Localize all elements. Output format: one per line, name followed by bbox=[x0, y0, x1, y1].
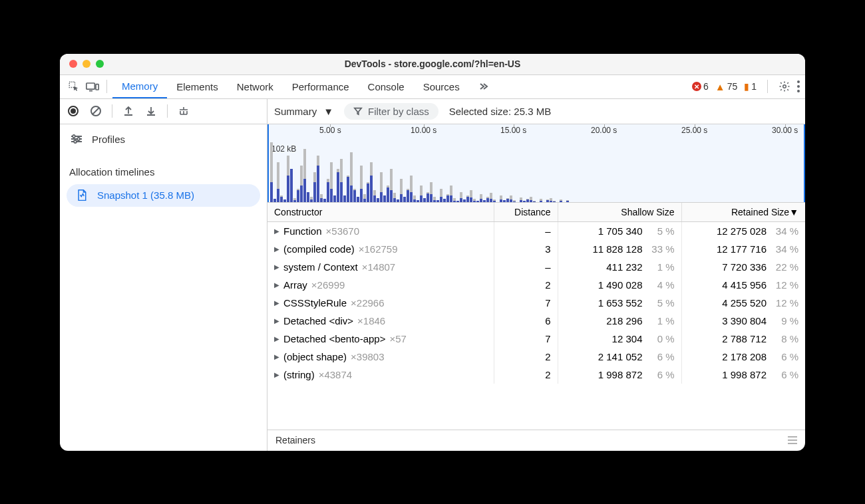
shallow-value: 411 232 bbox=[606, 261, 642, 273]
inspect-element-icon[interactable] bbox=[65, 78, 83, 95]
tab-sources[interactable]: Sources bbox=[414, 74, 469, 98]
svg-point-4 bbox=[797, 80, 800, 83]
issue-count[interactable]: ▮ 1 bbox=[744, 81, 757, 92]
timeline-tick: 20.00 s bbox=[591, 126, 617, 135]
profiles-header[interactable]: Profiles bbox=[60, 124, 267, 154]
warning-icon: ▲ bbox=[715, 81, 725, 92]
window-controls bbox=[60, 60, 104, 68]
distance-value: – bbox=[494, 221, 558, 240]
warning-count[interactable]: ▲ 75 bbox=[715, 81, 737, 92]
table-row[interactable]: ▶system / Context ×14807–411 2321 %7 720… bbox=[267, 258, 805, 276]
table-row[interactable]: ▶Detached <bento-app> ×57712 3040 %2 788… bbox=[267, 330, 805, 348]
shallow-pct: 1 % bbox=[648, 261, 675, 273]
shallow-value: 1 653 552 bbox=[598, 297, 643, 309]
col-constructor[interactable]: Constructor bbox=[267, 203, 494, 222]
sidebar-toolbar bbox=[60, 99, 267, 124]
download-icon[interactable] bbox=[143, 103, 159, 119]
retained-value: 4 255 520 bbox=[722, 297, 767, 309]
retained-value: 12 275 028 bbox=[717, 225, 767, 237]
expand-icon[interactable]: ▶ bbox=[274, 263, 279, 271]
timeline-tick: 10.00 s bbox=[411, 126, 436, 135]
constructor-count: ×14807 bbox=[362, 261, 395, 273]
expand-icon[interactable]: ▶ bbox=[274, 245, 279, 253]
retained-value: 1 998 872 bbox=[722, 369, 767, 380]
window-title: DevTools - store.google.com/?hl=en-US bbox=[60, 59, 805, 69]
retained-pct: 34 % bbox=[772, 243, 798, 255]
svg-point-11 bbox=[77, 138, 80, 140]
retained-value: 4 415 956 bbox=[722, 279, 767, 291]
shallow-value: 2 141 052 bbox=[598, 351, 643, 362]
retained-pct: 6 % bbox=[772, 351, 798, 362]
class-filter-input[interactable]: Filter by class bbox=[344, 103, 438, 120]
tab-network[interactable]: Network bbox=[228, 74, 283, 98]
svg-point-10 bbox=[73, 135, 75, 138]
settings-gear-icon[interactable] bbox=[778, 80, 790, 92]
shallow-pct: 6 % bbox=[648, 351, 675, 362]
menu-icon[interactable] bbox=[788, 436, 797, 444]
table-row[interactable]: ▶Function ×53670–1 705 3405 %12 275 0283… bbox=[267, 221, 805, 240]
expand-icon[interactable]: ▶ bbox=[274, 335, 279, 342]
table-row[interactable]: ▶Array ×2699921 490 0284 %4 415 95612 % bbox=[267, 276, 805, 294]
maximize-window-button[interactable] bbox=[96, 60, 104, 68]
minimize-window-button[interactable] bbox=[83, 60, 90, 68]
col-retained-size[interactable]: Retained Size▼ bbox=[681, 203, 805, 222]
table-row[interactable]: ▶(compiled code) ×162759311 828 12833 %1… bbox=[267, 240, 805, 258]
clear-icon[interactable] bbox=[88, 103, 104, 119]
more-tabs-icon[interactable] bbox=[474, 78, 492, 95]
shallow-value: 1 998 872 bbox=[598, 369, 643, 380]
allocation-timelines-label: Allocation timelines bbox=[60, 154, 267, 184]
svg-point-6 bbox=[797, 90, 800, 92]
tab-elements[interactable]: Elements bbox=[167, 74, 228, 98]
expand-icon[interactable]: ▶ bbox=[274, 353, 279, 360]
issue-icon: ▮ bbox=[744, 81, 749, 92]
svg-rect-2 bbox=[96, 84, 98, 90]
table-row[interactable]: ▶(string) ×4387421 998 8726 %1 998 8726 … bbox=[267, 366, 805, 384]
view-mode-dropdown[interactable]: Summary ▼ bbox=[274, 106, 333, 117]
issue-count-value: 1 bbox=[751, 81, 757, 92]
expand-icon[interactable]: ▶ bbox=[274, 299, 279, 307]
retained-pct: 12 % bbox=[772, 279, 798, 291]
tab-memory[interactable]: Memory bbox=[112, 74, 167, 98]
timeline-tick: 25.00 s bbox=[681, 126, 707, 135]
expand-icon[interactable]: ▶ bbox=[274, 371, 279, 378]
error-count[interactable]: ✕ 6 bbox=[692, 81, 709, 92]
snapshot-item[interactable]: Snapshot 1 (35.8 MB) bbox=[67, 184, 260, 207]
expand-icon[interactable]: ▶ bbox=[274, 317, 279, 324]
record-icon[interactable] bbox=[65, 103, 81, 119]
allocation-timeline[interactable]: 5.00 s10.00 s15.00 s20.00 s25.00 s30.00 … bbox=[267, 124, 805, 203]
sort-desc-icon: ▼ bbox=[789, 207, 798, 217]
close-window-button[interactable] bbox=[69, 60, 77, 68]
table-row[interactable]: ▶(object shape) ×3980322 141 0526 %2 178… bbox=[267, 348, 805, 366]
constructor-count: ×53670 bbox=[326, 225, 359, 237]
shallow-value: 1 705 340 bbox=[598, 225, 643, 237]
svg-rect-1 bbox=[86, 83, 95, 89]
retainers-panel-header[interactable]: Retainers bbox=[267, 430, 805, 451]
retained-value: 12 177 716 bbox=[717, 243, 767, 255]
col-shallow-size[interactable]: Shallow Size bbox=[558, 203, 681, 222]
retained-value: 2 788 712 bbox=[722, 333, 767, 344]
table-row[interactable]: ▶CSSStyleRule ×2296671 653 5525 %4 255 5… bbox=[267, 294, 805, 312]
col-distance[interactable]: Distance bbox=[494, 203, 558, 222]
more-menu-icon[interactable] bbox=[797, 80, 800, 92]
constructor-count: ×22966 bbox=[351, 297, 384, 309]
snapshot-label: Snapshot 1 (35.8 MB) bbox=[97, 189, 194, 201]
divider bbox=[112, 104, 112, 118]
retained-pct: 34 % bbox=[772, 225, 798, 237]
constructor-count: ×43874 bbox=[319, 369, 352, 380]
device-toolbar-icon[interactable] bbox=[84, 78, 101, 95]
retained-pct: 12 % bbox=[772, 297, 798, 309]
devtools-window: DevTools - store.google.com/?hl=en-US Me… bbox=[60, 54, 805, 451]
shallow-value: 218 296 bbox=[606, 315, 642, 326]
warning-count-value: 75 bbox=[727, 81, 738, 92]
distance-value: 3 bbox=[494, 240, 558, 258]
tab-console[interactable]: Console bbox=[359, 74, 414, 98]
expand-icon[interactable]: ▶ bbox=[274, 281, 279, 289]
table-row[interactable]: ▶Detached <div> ×18466218 2961 %3 390 80… bbox=[267, 312, 805, 330]
upload-icon[interactable] bbox=[120, 103, 136, 119]
heap-table[interactable]: Constructor Distance Shallow Size Retain… bbox=[267, 203, 805, 430]
tab-performance[interactable]: Performance bbox=[283, 74, 359, 98]
svg-point-3 bbox=[783, 85, 786, 88]
garbage-collect-icon[interactable] bbox=[176, 103, 192, 119]
panel-tabs: MemoryElementsNetworkPerformanceConsoleS… bbox=[112, 74, 469, 98]
expand-icon[interactable]: ▶ bbox=[274, 227, 279, 235]
